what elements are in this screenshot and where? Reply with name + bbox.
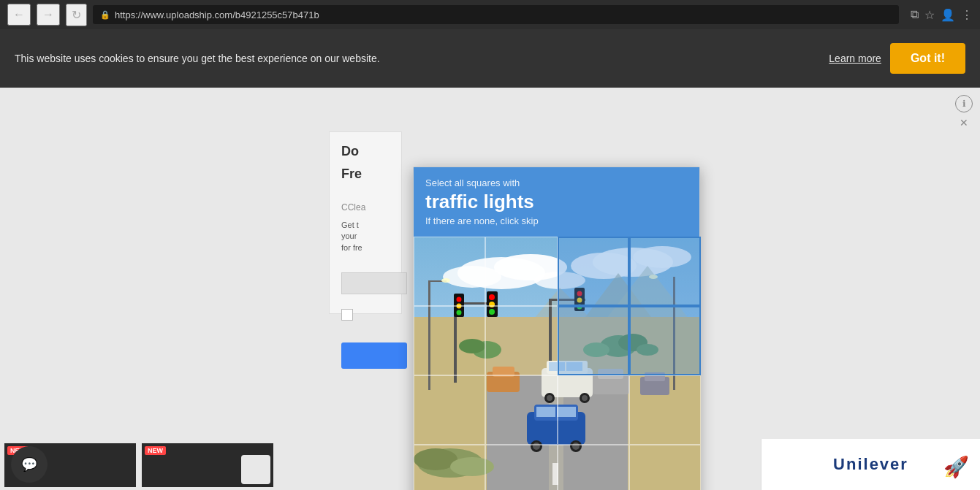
url-bar[interactable]: 🔒 https://www.uploadship.com/b4921255c57… xyxy=(93,5,899,24)
page-title-line1: Do xyxy=(341,144,390,159)
captcha-cell-14[interactable] xyxy=(558,445,629,490)
browser-action-buttons: ⧉ ☆ 👤 ⋮ xyxy=(911,8,973,22)
unilever-logo-text: Unilever xyxy=(833,455,908,474)
lock-icon: 🔒 xyxy=(100,10,110,20)
captcha-cell-12[interactable] xyxy=(414,445,485,490)
product-card-2[interactable]: NEW xyxy=(142,443,273,487)
info-icon-right[interactable]: ℹ xyxy=(955,95,973,112)
reload-button[interactable]: ↻ xyxy=(66,4,87,26)
captcha-cell-1[interactable] xyxy=(485,237,557,306)
cookie-text: This website uses cookies to ensure you … xyxy=(15,53,816,64)
captcha-image-area xyxy=(414,237,701,490)
page-background: Do Fre CClea Get tyourfor fre Select all… xyxy=(0,88,980,490)
url-text: https://www.uploadship.com/b4921255c57b4… xyxy=(115,9,319,20)
chat-icon: 💬 xyxy=(21,456,37,472)
right-panel: ℹ ✕ xyxy=(955,95,973,130)
menu-icon[interactable]: ⋮ xyxy=(961,8,973,22)
checkbox-row xyxy=(341,309,390,321)
captcha-cell-5[interactable] xyxy=(485,306,557,375)
forward-button[interactable]: → xyxy=(37,4,60,26)
captcha-cell-6[interactable] xyxy=(558,306,629,375)
captcha-instruction-sub: If there are none, click skip xyxy=(425,215,688,226)
back-button[interactable]: ← xyxy=(7,4,31,26)
captcha-cell-4[interactable] xyxy=(414,306,485,375)
captcha-cell-15[interactable] xyxy=(629,445,701,490)
captcha-cell-2[interactable] xyxy=(558,237,629,306)
got-it-button[interactable]: Got it! xyxy=(890,43,965,74)
bookmark-icon[interactable]: ☆ xyxy=(924,8,935,22)
new-badge-2: NEW xyxy=(145,446,166,455)
close-icon-right[interactable]: ✕ xyxy=(957,115,971,130)
checkbox[interactable] xyxy=(341,309,353,321)
profile-icon[interactable]: 👤 xyxy=(941,8,955,22)
rocket-button[interactable]: 🚀 xyxy=(943,455,969,479)
captcha-grid-overlay xyxy=(414,237,701,490)
captcha-cell-8[interactable] xyxy=(414,375,485,445)
captcha-header: Select all squares with traffic lights I… xyxy=(414,167,699,237)
cookie-banner: This website uses cookies to ensure you … xyxy=(0,29,980,88)
get-text: Get tyourfor fre xyxy=(341,220,390,253)
learn-more-link[interactable]: Learn more xyxy=(829,53,881,64)
product-image xyxy=(241,455,270,484)
captcha-cell-0[interactable] xyxy=(414,237,485,306)
captcha-modal: Select all squares with traffic lights I… xyxy=(413,166,700,490)
captcha-cell-3[interactable] xyxy=(629,237,701,306)
captcha-cell-11[interactable] xyxy=(629,375,701,445)
chat-bubble[interactable]: 💬 xyxy=(11,446,48,483)
page-title-line2: Fre xyxy=(341,166,390,182)
captcha-instruction-small: Select all squares with xyxy=(425,177,688,188)
page-content: Do Fre CClea Get tyourfor fre xyxy=(329,131,402,314)
captcha-cell-9[interactable] xyxy=(485,375,557,445)
captcha-cell-10[interactable] xyxy=(558,375,629,445)
captcha-cell-13[interactable] xyxy=(485,445,557,490)
extensions-icon[interactable]: ⧉ xyxy=(911,8,919,22)
captcha-cell-7[interactable] xyxy=(629,306,701,375)
captcha-instruction-title: traffic lights xyxy=(425,191,688,213)
cta-button[interactable] xyxy=(341,342,407,369)
ccleaner-label: CClea xyxy=(341,202,390,213)
download-box xyxy=(341,272,407,294)
browser-chrome: ← → ↻ 🔒 https://www.uploadship.com/b4921… xyxy=(0,0,980,29)
